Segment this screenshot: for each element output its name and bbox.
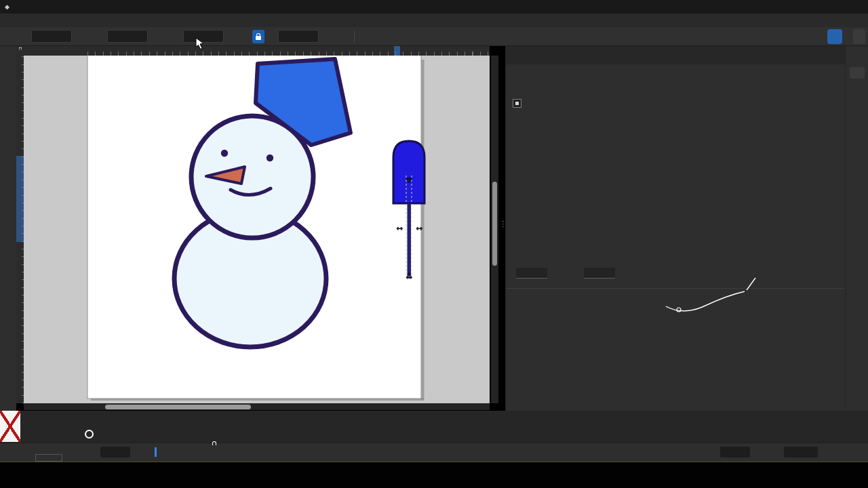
panel-resize-grip[interactable]: ⋮ bbox=[499, 221, 505, 227]
dialog-panel bbox=[505, 46, 845, 413]
swatch-black[interactable] bbox=[43, 411, 63, 442]
$-button[interactable] bbox=[513, 190, 526, 201]
scrollbar-thumb[interactable] bbox=[105, 405, 251, 409]
dialog-tab-$[interactable] bbox=[506, 46, 535, 64]
swatch-dark-purple[interactable] bbox=[85, 426, 94, 442]
swatch-crimson[interactable] bbox=[104, 426, 114, 442]
swatch-none[interactable] bbox=[0, 411, 20, 442]
layer-color-indicator bbox=[155, 447, 157, 457]
node-handle-icon[interactable]: ↔ bbox=[396, 224, 403, 233]
y-input[interactable] bbox=[107, 30, 148, 43]
rearrange-row bbox=[513, 235, 526, 247]
remove-overlaps-button[interactable] bbox=[648, 267, 662, 279]
node-handle-icon[interactable]: ↕ bbox=[406, 176, 412, 185]
h-gap-input[interactable] bbox=[516, 268, 547, 279]
snowman-eye-right[interactable] bbox=[267, 155, 273, 161]
ruler-lock-corner[interactable] bbox=[16, 46, 24, 56]
checkbox-icon[interactable] bbox=[513, 99, 521, 108]
swatch-black[interactable] bbox=[21, 411, 42, 442]
x-input[interactable] bbox=[31, 30, 72, 43]
inkscape-logo-icon: ◆ bbox=[5, 3, 9, 10]
stroke-color-swatch[interactable] bbox=[35, 454, 62, 462]
toolbar-$-button[interactable] bbox=[3, 29, 18, 43]
tool-$[interactable] bbox=[1, 47, 15, 61]
align-handles-option[interactable] bbox=[513, 99, 527, 108]
color-palette bbox=[0, 411, 868, 443]
led-stick[interactable] bbox=[408, 203, 412, 276]
v-gap-input[interactable] bbox=[584, 268, 615, 279]
$-button[interactable] bbox=[513, 159, 526, 171]
swatch-blue[interactable] bbox=[64, 426, 74, 442]
subtab-$[interactable] bbox=[511, 66, 515, 68]
remove-overlaps-row bbox=[513, 267, 662, 279]
opacity-input[interactable] bbox=[100, 447, 130, 458]
lock-ratio-button[interactable] bbox=[252, 30, 264, 43]
node-handle-icon[interactable]: ↔ bbox=[416, 224, 422, 233]
$-button[interactable] bbox=[513, 205, 526, 217]
height-input[interactable] bbox=[278, 30, 319, 43]
tool-controls-bar bbox=[0, 27, 868, 46]
vertical-scrollbar[interactable] bbox=[491, 56, 498, 403]
lock-icon bbox=[256, 36, 261, 40]
$-button[interactable] bbox=[513, 235, 526, 247]
toggle-$-button[interactable] bbox=[361, 30, 375, 43]
command-$-button[interactable] bbox=[851, 49, 863, 62]
swatch-orange[interactable] bbox=[96, 426, 104, 442]
watermark bbox=[660, 275, 840, 360]
swatch-white[interactable] bbox=[115, 426, 126, 442]
distribute-row-horizontal bbox=[513, 190, 526, 201]
snowman-eye-left[interactable] bbox=[221, 150, 228, 157]
toolbox bbox=[0, 46, 16, 413]
$-button[interactable] bbox=[513, 143, 526, 155]
letterbox-strip bbox=[0, 462, 868, 488]
node-handle-icon[interactable]: ↕ bbox=[406, 271, 412, 281]
commands-bar bbox=[845, 46, 868, 413]
title-bar: ◆ bbox=[0, 0, 868, 14]
align-row-horizontal bbox=[513, 143, 526, 155]
align-row-vertical bbox=[513, 159, 526, 171]
rotation-input[interactable] bbox=[784, 447, 818, 458]
zoom-input[interactable] bbox=[720, 447, 750, 458]
horizontal-scrollbar[interactable] bbox=[24, 403, 490, 410]
scrollbar-thumb[interactable] bbox=[492, 182, 497, 266]
commands-overflow-button[interactable] bbox=[850, 67, 865, 79]
snap-toggle-button[interactable] bbox=[827, 29, 842, 44]
ruler-selection-highlight bbox=[394, 46, 400, 56]
toolbar-collapse-button[interactable] bbox=[853, 29, 865, 44]
dialog-tab-bar bbox=[506, 46, 845, 64]
align-panel-subtabs bbox=[511, 66, 515, 68]
watermark-swoosh bbox=[660, 275, 840, 360]
mouse-cursor bbox=[195, 38, 206, 50]
menu-item[interactable] bbox=[0, 14, 12, 27]
swatch-teal[interactable] bbox=[74, 426, 83, 442]
toolbar-separator bbox=[354, 30, 355, 43]
menu-bar bbox=[0, 14, 868, 27]
horizontal-ruler[interactable] bbox=[24, 46, 490, 56]
distribute-row-vertical bbox=[513, 205, 526, 217]
led-shape[interactable] bbox=[393, 141, 425, 203]
status-bar bbox=[0, 443, 868, 462]
pointer-coordinates bbox=[663, 445, 686, 461]
canvas[interactable]: ↔ ↕ ↔ ↔ ↔ ↕ bbox=[24, 56, 490, 403]
lock-icon bbox=[18, 49, 22, 53]
